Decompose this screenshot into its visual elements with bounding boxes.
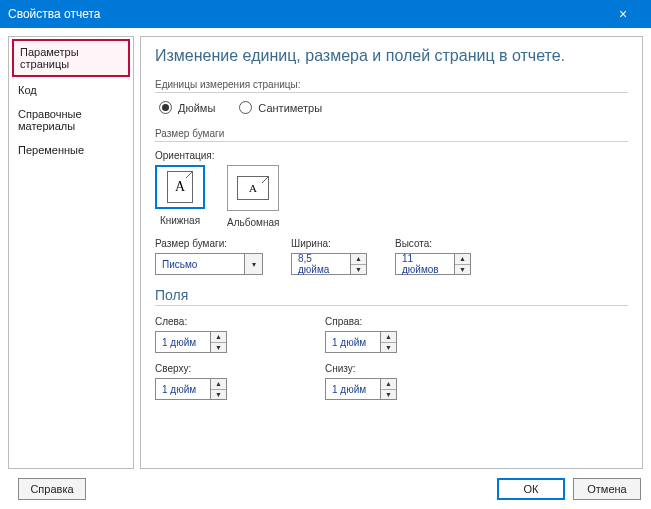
page-heading: Изменение единиц, размера и полей страни…	[155, 47, 628, 65]
margin-top-value: 1 дюйм	[156, 379, 210, 399]
height-value: 11 дюймов	[396, 254, 454, 274]
radio-inches-label: Дюймы	[178, 102, 215, 114]
radio-icon	[239, 101, 252, 114]
width-label: Ширина:	[291, 238, 367, 249]
orientation-landscape[interactable]: A Альбомная	[227, 165, 279, 228]
width-value: 8,5 дюйма	[292, 254, 350, 274]
margin-right-label: Справа:	[325, 316, 465, 327]
orientation-label: Ориентация:	[155, 150, 628, 161]
width-spinner[interactable]: 8,5 дюйма ▲▼	[291, 253, 367, 275]
margin-right-spinner[interactable]: 1 дюйм ▲▼	[325, 331, 397, 353]
paper-size-label: Размер бумаги:	[155, 238, 263, 249]
sidebar-item-references[interactable]: Справочные материалы	[12, 103, 130, 137]
units-group-label: Единицы измерения страницы:	[155, 79, 628, 93]
spin-up-icon[interactable]: ▲	[381, 332, 396, 343]
main-panel: Изменение единиц, размера и полей страни…	[140, 36, 643, 469]
orientation-landscape-box: A	[227, 165, 279, 211]
paper-size-value: Письмо	[156, 259, 244, 270]
sidebar-item-code[interactable]: Код	[12, 79, 130, 101]
height-label: Высота:	[395, 238, 471, 249]
spin-down-icon[interactable]: ▼	[381, 343, 396, 353]
sidebar-item-variables[interactable]: Переменные	[12, 139, 130, 161]
margin-left-value: 1 дюйм	[156, 332, 210, 352]
margins-title: Поля	[155, 287, 628, 306]
spin-down-icon[interactable]: ▼	[211, 390, 226, 400]
margin-bottom-label: Снизу:	[325, 363, 465, 374]
orientation-portrait-label: Книжная	[155, 215, 205, 226]
margin-bottom-value: 1 дюйм	[326, 379, 380, 399]
spin-up-icon[interactable]: ▲	[455, 254, 470, 265]
paper-group-label: Размер бумаги	[155, 128, 628, 142]
radio-centimeters-label: Сантиметры	[258, 102, 322, 114]
footer: Справка ОК Отмена	[0, 471, 651, 507]
spin-down-icon[interactable]: ▼	[351, 265, 366, 275]
margin-top-spinner[interactable]: 1 дюйм ▲▼	[155, 378, 227, 400]
radio-centimeters[interactable]: Сантиметры	[239, 101, 322, 114]
spin-down-icon[interactable]: ▼	[455, 265, 470, 275]
ok-button[interactable]: ОК	[497, 478, 565, 500]
spin-up-icon[interactable]: ▲	[381, 379, 396, 390]
radio-inches[interactable]: Дюймы	[159, 101, 215, 114]
spin-up-icon[interactable]: ▲	[351, 254, 366, 265]
radio-icon	[159, 101, 172, 114]
margin-right-value: 1 дюйм	[326, 332, 380, 352]
close-icon[interactable]: ×	[603, 6, 643, 22]
sidebar: Параметры страницы Код Справочные матери…	[8, 36, 134, 469]
page-icon: A	[167, 171, 193, 203]
cancel-button[interactable]: Отмена	[573, 478, 641, 500]
orientation-landscape-label: Альбомная	[227, 217, 279, 228]
margin-bottom-spinner[interactable]: 1 дюйм ▲▼	[325, 378, 397, 400]
spin-up-icon[interactable]: ▲	[211, 332, 226, 343]
page-icon: A	[237, 176, 269, 200]
margin-left-spinner[interactable]: 1 дюйм ▲▼	[155, 331, 227, 353]
spin-down-icon[interactable]: ▼	[381, 390, 396, 400]
height-spinner[interactable]: 11 дюймов ▲▼	[395, 253, 471, 275]
orientation-portrait[interactable]: A Книжная	[155, 165, 205, 228]
help-button[interactable]: Справка	[18, 478, 86, 500]
titlebar: Свойства отчета ×	[0, 0, 651, 28]
margin-left-label: Слева:	[155, 316, 295, 327]
orientation-portrait-box: A	[155, 165, 205, 209]
chevron-down-icon[interactable]: ▾	[244, 254, 262, 274]
window-title: Свойства отчета	[8, 7, 603, 21]
spin-up-icon[interactable]: ▲	[211, 379, 226, 390]
paper-size-combo[interactable]: Письмо ▾	[155, 253, 263, 275]
margin-top-label: Сверху:	[155, 363, 295, 374]
sidebar-item-page-setup[interactable]: Параметры страницы	[12, 39, 130, 77]
spin-down-icon[interactable]: ▼	[211, 343, 226, 353]
